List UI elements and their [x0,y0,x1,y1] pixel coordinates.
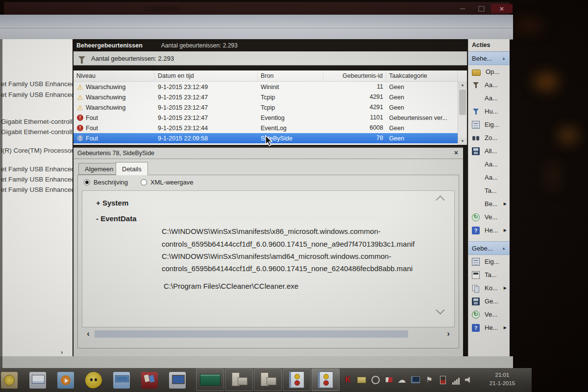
tray-launcher-icon[interactable] [1,372,18,389]
action-help[interactable]: ?He...▶ [468,224,510,237]
action-save-selected[interactable]: Ge... [468,295,510,308]
horizontal-scrollbar[interactable]: ‹ › [82,328,455,339]
tree-node-eventdata[interactable]: - EventData [96,214,137,223]
event-row[interactable]: !Fout 9-1-2015 23:12:44 EventLog 6008 Ge… [74,123,467,133]
action-save-all-events[interactable]: All... [468,144,510,158]
action-find[interactable]: Zo... [468,131,510,144]
menu-strip [0,15,513,40]
close-detail-icon[interactable]: × [454,149,458,157]
details-tab-body: Beschrijving XML-weergave + System - Eve… [77,175,459,348]
tree-node-system[interactable]: + System [96,199,128,207]
column-bron[interactable]: Bron [258,70,323,81]
column-niveau[interactable]: Niveau [74,70,155,81]
event-viewer-button-active[interactable] [312,369,340,391]
laptop-app-icon[interactable] [169,372,186,389]
display-icon[interactable] [411,375,420,385]
action-open-saved-log[interactable]: Op... [468,65,510,78]
device-item: et Family USB Enhanced [1,176,74,183]
bokeh-light [534,73,559,90]
actions-section-gebeurtenis[interactable]: Gebe... ▲ [468,241,510,255]
action-attach-task[interactable]: Aa... [468,158,510,171]
column-taakcategorie[interactable]: Taakcategorie [386,70,458,81]
event-row[interactable]: !Fout 9-1-2015 23:12:47 Eventlog 1101 Ge… [74,113,467,123]
event-row[interactable]: ⚠Waarschuwing 9-1-2015 23:12:47 Tcpip 42… [74,92,467,102]
scroll-left-icon[interactable]: ‹ [82,329,95,339]
radio-xml[interactable] [141,179,147,185]
action-help[interactable]: ?He...▶ [468,321,510,334]
collapse-icon: ▲ [502,246,506,251]
cloud-icon[interactable]: ☁ [397,375,407,385]
action-center-flag-icon[interactable]: ⚑ [424,375,434,385]
scrollbar-thumb[interactable] [95,330,408,338]
volume-icon[interactable] [464,375,473,385]
action-item[interactable]: Aa... [468,171,510,184]
scroll-up-icon[interactable] [436,195,444,204]
scroll-right-icon[interactable]: › [61,348,63,356]
kaspersky-icon[interactable]: K [343,375,353,385]
close-icon: × [500,5,504,12]
event-viewer-button[interactable] [283,369,311,391]
help-icon: ? [472,324,480,332]
column-datum[interactable]: Datum en tijd [155,70,258,81]
action-copy[interactable]: Ko...▶ [468,281,510,295]
device-item: et Family USB Enhanced [1,186,74,193]
action-filter-current-log[interactable]: Hu... [468,105,510,118]
action-event-properties[interactable]: Eig... [468,255,510,268]
cell-datetime: 9-1-2015 23:12:49 [155,84,258,91]
updater-icon[interactable] [384,375,394,385]
action-item[interactable]: Ta... [468,184,510,197]
scroll-up-icon[interactable]: ▲ [458,81,467,89]
network-signal-icon[interactable] [451,375,461,385]
action-view-submenu[interactable]: Be...▶ [468,197,510,210]
action-refresh[interactable]: ↻Ve... [468,210,510,224]
device-item: l(R) Core(TM) Processor [1,147,74,154]
messenger-icon[interactable] [85,372,102,389]
save-icon [472,298,480,305]
restore-button[interactable] [472,4,490,13]
action-create-custom-view[interactable]: Aa... [468,78,510,92]
tab-algemeen[interactable]: Algemeen [78,163,120,175]
event-data-line: C:\WINDOWS\WinSxS\manifests\amd64_micros… [162,252,391,260]
column-event-id[interactable]: Gebeurtenis-id [323,70,386,81]
action-refresh[interactable]: ↻Ve... [468,308,510,321]
scrollbar-thumb[interactable] [459,90,466,115]
device-manager-button[interactable] [225,369,253,391]
action-attach-task-to-event[interactable]: Ta... [468,268,510,281]
actions-section-beheergebeurtenissen[interactable]: Behe... ▲ [468,51,510,65]
minimize-button[interactable] [454,4,471,13]
cell-category: Geen [386,104,458,111]
cell-category: Geen [386,135,458,142]
event-row[interactable]: ⚠Waarschuwing 9-1-2015 23:12:47 Tcpip 42… [74,102,467,113]
action-import-custom-view[interactable]: Aa... [468,92,510,105]
taskbar-clock[interactable]: 21:01 21-1-2015 [478,371,527,388]
filter-bar[interactable]: Aantal gebeurtenissen: 2.293 [74,51,467,66]
clock-icon[interactable] [370,375,380,385]
error-icon: ! [76,135,84,142]
event-detail-pane: Gebeurtenis 78, SideBySide × Algemeen De… [74,147,463,356]
event-count: Aantal gebeurtenissen: 2.293 [161,42,238,49]
performance-monitor-icon[interactable] [29,372,46,389]
on-screen-keyboard-icon[interactable] [113,372,130,389]
action-properties[interactable]: Eig... [468,118,510,131]
radio-beschrijving[interactable] [84,179,90,185]
battery-icon[interactable] [438,375,448,385]
close-button[interactable]: × [491,4,513,13]
table-scrollbar[interactable]: ▲ ▼ [458,81,467,145]
collapse-icon: ▲ [502,56,506,61]
media-player-icon[interactable] [57,372,74,389]
mail-icon[interactable] [357,375,367,385]
find-icon [472,134,480,142]
cell-datetime: 9-1-2015 22:09:58 [155,135,258,142]
refresh-icon: ↻ [472,213,480,221]
view-mode-radios: Beschrijving XML-weergave [84,179,194,186]
scroll-right-icon[interactable]: › [442,329,455,339]
submenu-icon: ▶ [504,325,507,330]
banking-app-button[interactable] [196,369,224,391]
scroll-down-icon[interactable]: ▼ [458,138,467,145]
device-item: et Family USB Enhanced [1,80,74,88]
event-row[interactable]: ⚠Waarschuwing 9-1-2015 23:12:49 Wininit … [74,82,467,92]
cleaner-app-icon[interactable] [141,372,158,389]
tab-details[interactable]: Details [116,162,148,175]
scroll-down-icon[interactable] [436,305,444,314]
device-manager-button[interactable] [254,369,282,391]
